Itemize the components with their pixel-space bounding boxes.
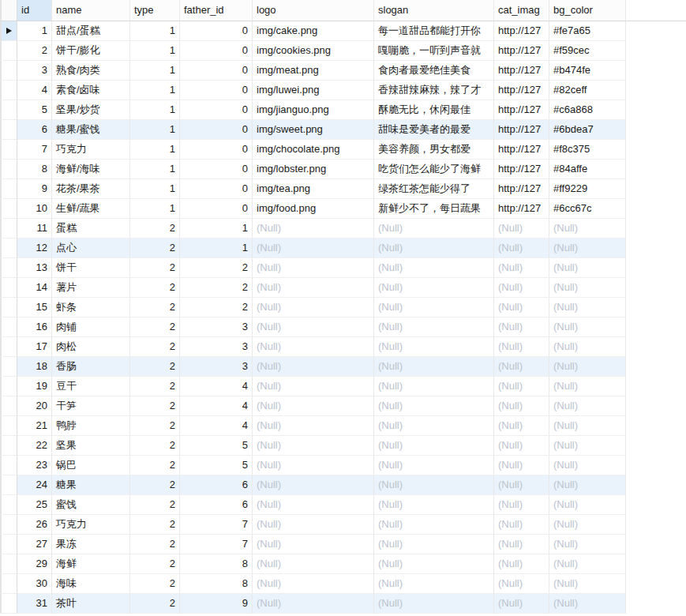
cell-type[interactable]: 1 [130,199,180,219]
cell-type[interactable]: 1 [130,160,180,179]
cell-id[interactable]: 8 [17,160,52,179]
column-header-father_id[interactable]: father_id [180,0,253,21]
cell-type[interactable]: 2 [130,416,180,436]
cell-father_id[interactable]: 6 [180,475,253,495]
column-header-bg_color[interactable]: bg_color [549,0,626,21]
cell-type[interactable]: 2 [130,475,180,495]
cell-type[interactable]: 1 [130,81,180,100]
cell-father_id[interactable]: 0 [180,81,253,100]
cell-cat_imag[interactable]: (Null) [494,436,549,456]
cell-cat_imag[interactable]: (Null) [494,377,549,396]
row-selector[interactable] [0,396,17,416]
cell-logo[interactable]: img/luwei.png [253,81,374,100]
row-selector[interactable] [0,416,17,436]
column-header-type[interactable]: type [130,0,180,21]
cell-cat_imag[interactable]: http://127 [494,179,549,199]
cell-slogan[interactable]: (Null) [374,495,494,515]
cell-type[interactable]: 1 [130,61,180,81]
cell-logo[interactable]: (Null) [253,357,374,377]
row-selector-corner[interactable] [0,0,17,21]
row-selector[interactable] [0,298,17,317]
cell-father_id[interactable]: 0 [180,41,253,61]
cell-name[interactable]: 生鲜/蔬果 [52,199,130,219]
cell-father_id[interactable]: 0 [180,61,253,81]
cell-father_id[interactable]: 2 [180,278,253,298]
cell-bg_color[interactable]: (Null) [549,219,626,239]
cell-name[interactable]: 海鲜/海味 [52,160,130,179]
row-selector[interactable] [0,179,17,199]
cell-id[interactable]: 20 [17,396,52,416]
cell-cat_imag[interactable]: http://127 [494,21,549,41]
cell-cat_imag[interactable]: (Null) [494,396,549,416]
cell-id[interactable]: 6 [17,120,52,140]
cell-logo[interactable]: (Null) [253,574,374,594]
cell-name[interactable]: 肉松 [52,337,130,357]
cell-type[interactable]: 2 [130,436,180,456]
row-selector[interactable] [0,357,17,377]
cell-id[interactable]: 1 [17,21,52,41]
cell-logo[interactable]: (Null) [253,396,374,416]
cell-father_id[interactable]: 5 [180,456,253,475]
cell-father_id[interactable]: 0 [180,199,253,219]
cell-type[interactable]: 2 [130,219,180,239]
row-selector[interactable] [0,278,17,298]
cell-slogan[interactable]: 酥脆无比，休闲最佳 [374,100,494,120]
cell-slogan[interactable]: (Null) [374,298,494,317]
cell-logo[interactable]: img/cookies.png [253,41,374,61]
cell-type[interactable]: 2 [130,258,180,278]
cell-father_id[interactable]: 0 [180,179,253,199]
cell-logo[interactable]: (Null) [253,515,374,535]
row-selector[interactable] [0,81,17,100]
cell-cat_imag[interactable]: http://127 [494,199,549,219]
cell-logo[interactable]: img/tea.png [253,179,374,199]
cell-bg_color[interactable]: #b474fe [549,61,626,81]
cell-id[interactable]: 9 [17,179,52,199]
row-selector[interactable] [0,160,17,179]
cell-id[interactable]: 19 [17,377,52,396]
cell-type[interactable]: 2 [130,554,180,574]
cell-slogan[interactable]: (Null) [374,594,494,614]
cell-cat_imag[interactable]: (Null) [494,495,549,515]
row-selector[interactable] [0,100,17,120]
cell-name[interactable]: 海味 [52,574,130,594]
cell-slogan[interactable]: (Null) [374,239,494,258]
cell-logo[interactable]: img/chocolate.png [253,140,374,160]
cell-bg_color[interactable]: (Null) [549,337,626,357]
cell-bg_color[interactable]: (Null) [549,475,626,495]
cell-logo[interactable]: img/cake.png [253,21,374,41]
cell-logo[interactable]: img/meat.png [253,61,374,81]
cell-father_id[interactable]: 0 [180,21,253,41]
row-selector[interactable] [0,436,17,456]
cell-name[interactable]: 点心 [52,239,130,258]
row-selector[interactable] [0,199,17,219]
cell-father_id[interactable]: 8 [180,574,253,594]
cell-slogan[interactable]: 美容养颜，男女都爱 [374,140,494,160]
cell-bg_color[interactable]: (Null) [549,535,626,554]
cell-logo[interactable]: img/food.png [253,199,374,219]
cell-name[interactable]: 素食/卤味 [52,81,130,100]
cell-cat_imag[interactable]: (Null) [494,416,549,436]
cell-cat_imag[interactable]: http://127 [494,81,549,100]
cell-slogan[interactable]: 甜味是爱美者的最爱 [374,120,494,140]
cell-bg_color[interactable]: (Null) [549,396,626,416]
cell-father_id[interactable]: 5 [180,436,253,456]
cell-name[interactable]: 茶叶 [52,594,130,614]
cell-type[interactable]: 1 [130,21,180,41]
cell-name[interactable]: 鸭脖 [52,416,130,436]
cell-cat_imag[interactable]: (Null) [494,574,549,594]
cell-father_id[interactable]: 8 [180,554,253,574]
cell-slogan[interactable]: (Null) [374,554,494,574]
cell-name[interactable]: 薯片 [52,278,130,298]
cell-father_id[interactable]: 1 [180,219,253,239]
cell-type[interactable]: 2 [130,239,180,258]
cell-slogan[interactable]: 每一道甜品都能打开你 [374,21,494,41]
cell-type[interactable]: 2 [130,278,180,298]
cell-bg_color[interactable]: (Null) [549,317,626,337]
row-selector[interactable] [0,41,17,61]
cell-logo[interactable]: (Null) [253,298,374,317]
cell-father_id[interactable]: 0 [180,140,253,160]
cell-cat_imag[interactable]: (Null) [494,298,549,317]
cell-name[interactable]: 饼干 [52,258,130,278]
cell-slogan[interactable]: (Null) [374,377,494,396]
row-selector[interactable] [0,574,17,594]
